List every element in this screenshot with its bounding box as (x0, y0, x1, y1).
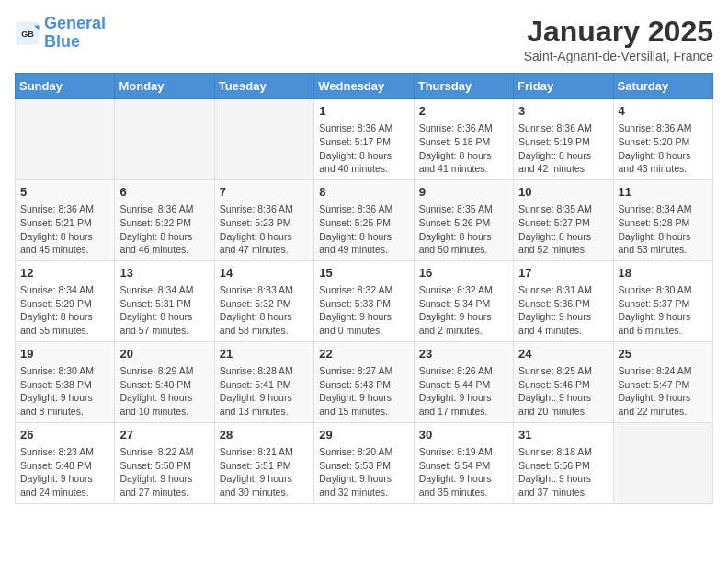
day-number: 6 (119, 184, 209, 201)
calendar-cell: 2Sunrise: 8:36 AM Sunset: 5:18 PM Daylig… (414, 99, 513, 180)
calendar-cell: 15Sunrise: 8:32 AM Sunset: 5:33 PM Dayli… (314, 260, 414, 341)
day-number: 25 (619, 346, 708, 362)
calendar-cell: 22Sunrise: 8:27 AM Sunset: 5:43 PM Dayli… (314, 341, 414, 422)
calendar-cell: 19Sunrise: 8:30 AM Sunset: 5:38 PM Dayli… (16, 341, 115, 422)
calendar-cell (613, 422, 712, 503)
calendar-cell: 18Sunrise: 8:30 AM Sunset: 5:37 PM Dayli… (613, 260, 712, 341)
svg-text:GB: GB (21, 29, 34, 39)
day-info: Sunrise: 8:24 AM Sunset: 5:47 PM Dayligh… (619, 364, 708, 419)
calendar-cell: 27Sunrise: 8:22 AM Sunset: 5:50 PM Dayli… (115, 422, 214, 503)
calendar-cell: 20Sunrise: 8:29 AM Sunset: 5:40 PM Dayli… (115, 341, 214, 422)
day-number: 23 (419, 346, 508, 362)
day-info: Sunrise: 8:32 AM Sunset: 5:33 PM Dayligh… (319, 283, 408, 338)
calendar-cell: 3Sunrise: 8:36 AM Sunset: 5:19 PM Daylig… (514, 99, 613, 180)
week-row-2: 5Sunrise: 8:36 AM Sunset: 5:21 PM Daylig… (16, 179, 713, 260)
calendar-table: SundayMondayTuesdayWednesdayThursdayFrid… (15, 73, 713, 504)
calendar-cell: 24Sunrise: 8:25 AM Sunset: 5:46 PM Dayli… (514, 341, 613, 422)
day-info: Sunrise: 8:27 AM Sunset: 5:43 PM Dayligh… (319, 364, 408, 419)
week-row-5: 26Sunrise: 8:23 AM Sunset: 5:48 PM Dayli… (16, 422, 713, 503)
calendar-cell (214, 99, 313, 180)
logo-text: General Blue (44, 15, 106, 52)
day-info: Sunrise: 8:33 AM Sunset: 5:32 PM Dayligh… (220, 283, 309, 338)
day-header-tuesday: Tuesday (214, 74, 313, 99)
day-info: Sunrise: 8:30 AM Sunset: 5:38 PM Dayligh… (20, 364, 109, 419)
day-number: 19 (20, 346, 109, 362)
day-info: Sunrise: 8:28 AM Sunset: 5:41 PM Dayligh… (220, 364, 309, 419)
day-info: Sunrise: 8:26 AM Sunset: 5:44 PM Dayligh… (419, 364, 508, 419)
day-number: 4 (619, 103, 708, 120)
day-header-sunday: Sunday (16, 74, 115, 99)
day-number: 29 (319, 427, 408, 443)
calendar-cell: 13Sunrise: 8:34 AM Sunset: 5:31 PM Dayli… (115, 260, 214, 341)
day-number: 18 (619, 265, 708, 282)
day-info: Sunrise: 8:30 AM Sunset: 5:37 PM Dayligh… (619, 283, 708, 338)
day-number: 26 (20, 427, 109, 443)
day-number: 7 (220, 184, 309, 201)
calendar-cell: 17Sunrise: 8:31 AM Sunset: 5:36 PM Dayli… (514, 260, 613, 341)
day-header-saturday: Saturday (613, 74, 712, 99)
day-number: 9 (419, 184, 508, 201)
title-block: January 2025 Saint-Agnant-de-Versillat, … (524, 15, 713, 63)
days-header-row: SundayMondayTuesdayWednesdayThursdayFrid… (16, 74, 713, 99)
calendar-cell: 25Sunrise: 8:24 AM Sunset: 5:47 PM Dayli… (613, 341, 712, 422)
day-number: 30 (419, 427, 508, 443)
day-info: Sunrise: 8:36 AM Sunset: 5:21 PM Dayligh… (20, 202, 109, 257)
day-number: 20 (119, 346, 209, 362)
day-info: Sunrise: 8:19 AM Sunset: 5:54 PM Dayligh… (419, 445, 508, 500)
day-info: Sunrise: 8:32 AM Sunset: 5:34 PM Dayligh… (419, 283, 508, 338)
day-number: 27 (119, 427, 209, 443)
day-info: Sunrise: 8:20 AM Sunset: 5:53 PM Dayligh… (319, 445, 408, 500)
day-info: Sunrise: 8:25 AM Sunset: 5:46 PM Dayligh… (518, 364, 608, 419)
calendar-cell: 1Sunrise: 8:36 AM Sunset: 5:17 PM Daylig… (314, 99, 414, 180)
day-info: Sunrise: 8:36 AM Sunset: 5:18 PM Dayligh… (419, 121, 508, 176)
calendar-cell: 5Sunrise: 8:36 AM Sunset: 5:21 PM Daylig… (16, 179, 115, 260)
calendar-cell: 23Sunrise: 8:26 AM Sunset: 5:44 PM Dayli… (414, 341, 513, 422)
logo: GB General Blue (15, 15, 106, 52)
day-header-monday: Monday (115, 74, 214, 99)
day-number: 31 (518, 427, 608, 443)
day-number: 1 (319, 103, 408, 120)
day-header-wednesday: Wednesday (314, 74, 414, 99)
day-info: Sunrise: 8:21 AM Sunset: 5:51 PM Dayligh… (220, 445, 309, 500)
calendar-cell: 8Sunrise: 8:36 AM Sunset: 5:25 PM Daylig… (314, 179, 414, 260)
calendar-title: January 2025 (524, 15, 713, 49)
calendar-cell: 29Sunrise: 8:20 AM Sunset: 5:53 PM Dayli… (314, 422, 414, 503)
day-header-thursday: Thursday (414, 74, 513, 99)
day-info: Sunrise: 8:22 AM Sunset: 5:50 PM Dayligh… (119, 445, 209, 500)
calendar-cell: 26Sunrise: 8:23 AM Sunset: 5:48 PM Dayli… (16, 422, 115, 503)
week-row-3: 12Sunrise: 8:34 AM Sunset: 5:29 PM Dayli… (16, 260, 713, 341)
day-info: Sunrise: 8:29 AM Sunset: 5:40 PM Dayligh… (119, 364, 209, 419)
day-info: Sunrise: 8:36 AM Sunset: 5:17 PM Dayligh… (319, 121, 408, 176)
day-number: 13 (119, 265, 209, 282)
calendar-cell: 9Sunrise: 8:35 AM Sunset: 5:26 PM Daylig… (414, 179, 513, 260)
calendar-cell: 10Sunrise: 8:35 AM Sunset: 5:27 PM Dayli… (514, 179, 613, 260)
day-info: Sunrise: 8:35 AM Sunset: 5:26 PM Dayligh… (419, 202, 508, 257)
day-header-friday: Friday (514, 74, 613, 99)
day-info: Sunrise: 8:18 AM Sunset: 5:56 PM Dayligh… (518, 445, 608, 500)
day-number: 22 (319, 346, 408, 362)
day-number: 11 (619, 184, 708, 201)
day-info: Sunrise: 8:36 AM Sunset: 5:19 PM Dayligh… (518, 121, 608, 176)
calendar-cell: 31Sunrise: 8:18 AM Sunset: 5:56 PM Dayli… (514, 422, 613, 503)
day-number: 12 (20, 265, 109, 282)
day-number: 16 (419, 265, 508, 282)
calendar-cell (16, 99, 115, 180)
calendar-cell: 21Sunrise: 8:28 AM Sunset: 5:41 PM Dayli… (214, 341, 313, 422)
day-number: 17 (518, 265, 608, 282)
day-number: 28 (220, 427, 309, 443)
calendar-cell: 11Sunrise: 8:34 AM Sunset: 5:28 PM Dayli… (613, 179, 712, 260)
calendar-cell: 7Sunrise: 8:36 AM Sunset: 5:23 PM Daylig… (214, 179, 313, 260)
day-info: Sunrise: 8:34 AM Sunset: 5:28 PM Dayligh… (619, 202, 708, 257)
calendar-cell: 14Sunrise: 8:33 AM Sunset: 5:32 PM Dayli… (214, 260, 313, 341)
day-number: 3 (518, 103, 608, 120)
day-info: Sunrise: 8:36 AM Sunset: 5:25 PM Dayligh… (319, 202, 408, 257)
week-row-4: 19Sunrise: 8:30 AM Sunset: 5:38 PM Dayli… (16, 341, 713, 422)
day-number: 24 (518, 346, 608, 362)
calendar-cell: 4Sunrise: 8:36 AM Sunset: 5:20 PM Daylig… (613, 99, 712, 180)
page-header: GB General Blue January 2025 Saint-Agnan… (15, 15, 713, 63)
day-number: 14 (220, 265, 309, 282)
day-info: Sunrise: 8:36 AM Sunset: 5:22 PM Dayligh… (119, 202, 209, 257)
day-info: Sunrise: 8:23 AM Sunset: 5:48 PM Dayligh… (20, 445, 109, 500)
day-number: 5 (20, 184, 109, 201)
day-info: Sunrise: 8:34 AM Sunset: 5:29 PM Dayligh… (20, 283, 109, 338)
